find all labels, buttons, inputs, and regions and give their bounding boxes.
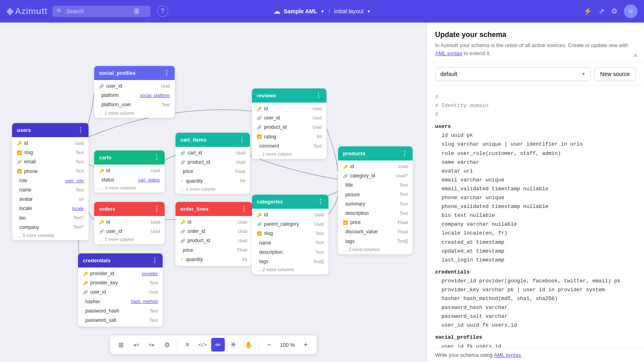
signal-icon: 📶	[343, 220, 348, 226]
link-icon: 🔗	[180, 150, 185, 156]
more-rows[interactable]: … 1 more column	[94, 110, 175, 116]
table-row: name Text	[252, 239, 328, 248]
search-box[interactable]: 🔍 /	[52, 6, 151, 17]
help-button[interactable]: ?	[157, 6, 168, 17]
table-name-carts: carts	[99, 154, 111, 160]
table-header-orders[interactable]: orders ⋮	[94, 202, 165, 216]
carts-menu-icon[interactable]: ⋮	[153, 154, 160, 161]
code-line: company varchar nullable	[442, 220, 636, 229]
code-line: #	[435, 93, 636, 101]
table-header-users[interactable]: users ⋮	[12, 123, 89, 137]
layout-chevron-icon: ▼	[367, 9, 371, 14]
more-rows[interactable]: … 5 more columns	[12, 232, 89, 239]
categories-menu-icon[interactable]: ⋮	[317, 198, 324, 206]
check-icon: ✓	[180, 256, 184, 263]
products-menu-icon[interactable]: ⋮	[401, 150, 408, 157]
table-row: 🔗 product_id Uuid	[252, 123, 326, 132]
credentials-menu-icon[interactable]: ⋮	[151, 257, 158, 264]
more-rows[interactable]: … 1 more column	[175, 186, 250, 192]
table-header-carts[interactable]: carts ⋮	[94, 150, 165, 165]
social-profiles-menu-icon[interactable]: ⋮	[163, 69, 170, 77]
code-blank	[435, 265, 636, 268]
settings-button[interactable]: ⚙	[611, 7, 617, 16]
table-row: 🔑 id Uuid	[175, 218, 252, 227]
key-icon: 🔑	[257, 212, 262, 218]
back-button[interactable]: ↩	[130, 338, 143, 352]
table-row: 🔑 id Uuid	[94, 218, 165, 227]
share-button[interactable]: ⇗	[599, 7, 605, 16]
bolt-button[interactable]: ⚡	[583, 7, 592, 16]
forward-button[interactable]: ↪	[145, 338, 159, 352]
layout-name[interactable]: initial layout	[334, 8, 363, 14]
code-line: name varchar	[442, 158, 636, 167]
orders-menu-icon[interactable]: ⋮	[153, 205, 160, 213]
schema-close-button[interactable]: ×	[633, 51, 638, 60]
table-header-order-lines[interactable]: order_lines ⋮	[175, 202, 252, 216]
cart-items-menu-icon[interactable]: ⋮	[239, 136, 245, 144]
footer-aml-link[interactable]: AML syntax	[494, 352, 521, 358]
avatar[interactable]: U	[624, 4, 638, 18]
table-social-profiles: social_profiles ⋮ 🔗 user_id Uuid platfor…	[94, 66, 175, 118]
table-row: 🔑 id Uuid	[12, 139, 89, 148]
header: ◆ Azimutt 🔍 / ? ☁ Sample AML ▼ / initial…	[0, 0, 644, 23]
table-header-social-profiles[interactable]: social_profiles ⋮	[94, 66, 175, 80]
hand-button[interactable]: ✋	[242, 338, 256, 352]
canvas[interactable]: users ⋮ 🔑 id Uuid 📶 slug Text 🔗 email Te	[0, 23, 427, 362]
link-icon: 🔗	[257, 124, 262, 131]
table-body-carts: 🔑 id Uuid status cart_status … 3 more co…	[94, 165, 165, 193]
link-icon: 🔗	[257, 115, 262, 121]
code-line: locale locale(en, fr)	[442, 229, 636, 238]
link-icon: 🔗	[99, 83, 104, 90]
project-name[interactable]: Sample AML	[284, 8, 318, 14]
toolbar: ⊞ ↩ ↪ ⚙ ≡ </> ✏ ✳ ✋ − 100 % +	[110, 335, 317, 354]
key-icon: 🔑	[257, 106, 262, 112]
code-line: social_profiles	[435, 333, 636, 342]
schema-code-editor[interactable]: # # Identity domain # users id uuid pk s…	[427, 86, 644, 348]
schema-description: In Azimutt your schema is the union of a…	[435, 41, 636, 57]
zoom-out-button[interactable]: −	[262, 338, 276, 352]
table-header-credentials[interactable]: credentials ⋮	[78, 253, 163, 267]
table-header-cart-items[interactable]: cart_items ⋮	[175, 133, 250, 147]
table-name-categories: categories	[257, 199, 283, 205]
key-icon: 🔑	[17, 140, 22, 147]
fit-button[interactable]: ⊞	[114, 338, 128, 352]
table-body-credentials: 🔑 provider_id provider 🔑 provider_key Te…	[78, 267, 163, 327]
link-icon: 🔗	[83, 289, 88, 296]
code-line: phone varchar unique	[442, 193, 636, 202]
more-rows[interactable]: … 3 more columns	[338, 246, 413, 253]
table-row: summary Text	[338, 200, 413, 209]
edit-button[interactable]: ✏	[211, 338, 225, 352]
table-users: users ⋮ 🔑 id Uuid 📶 slug Text 🔗 email Te	[12, 123, 89, 240]
table-row: 🔗 product_id Uuid	[175, 236, 252, 245]
reviews-menu-icon[interactable]: ⋮	[315, 92, 322, 99]
logo-icon: ◆	[6, 6, 13, 16]
code-line: role user_role(customer, staff, admin)	[442, 149, 636, 158]
new-source-button[interactable]: New source	[594, 67, 636, 81]
table-header-products[interactable]: products ⋮	[338, 146, 413, 160]
table-header-reviews[interactable]: reviews ⋮	[252, 88, 326, 103]
more-rows[interactable]: … 3 more columns	[94, 185, 165, 191]
table-reviews: reviews ⋮ 🔑 id Uuid 🔗 user_id Uuid 🔗 pro…	[252, 88, 326, 159]
table-row: 🔗 parent_category Uuid	[252, 220, 328, 229]
search-input[interactable]	[66, 8, 131, 14]
table-row: 🔗 order_id Uuid	[175, 227, 252, 236]
more-rows[interactable]: … 1 more column	[252, 151, 326, 157]
table-row: 🔗 product_id Uuid	[175, 158, 250, 167]
users-menu-icon[interactable]: ⋮	[77, 126, 84, 134]
link-icon: 🔗	[17, 159, 22, 165]
zoom-in-button[interactable]: +	[299, 338, 312, 352]
table-header-categories[interactable]: categories ⋮	[252, 195, 328, 209]
more-rows[interactable]: … 2 more columns	[252, 266, 328, 273]
table-row: title Text	[338, 181, 413, 190]
more-rows[interactable]: … 1 more column	[94, 236, 165, 243]
code-line: last_login timestamp	[442, 256, 636, 265]
code-button[interactable]: </>	[196, 338, 210, 352]
select-button[interactable]: ✳	[227, 338, 240, 352]
layout-settings-button[interactable]: ⚙	[160, 338, 174, 352]
source-select[interactable]: default ▼	[435, 67, 591, 81]
order-lines-menu-icon[interactable]: ⋮	[241, 205, 247, 213]
chevron-icon: ▼	[320, 9, 324, 14]
aml-syntax-link[interactable]: AML syntax	[435, 50, 462, 56]
table-name-cart-items: cart_items	[180, 137, 206, 143]
list-button[interactable]: ≡	[181, 338, 194, 352]
